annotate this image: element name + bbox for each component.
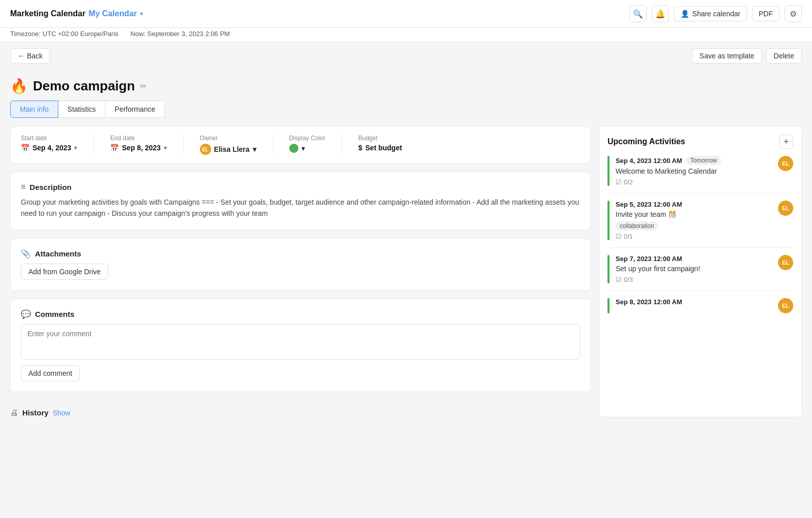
activity-avatar: EL [778, 255, 793, 270]
pdf-button[interactable]: PDF [752, 6, 780, 21]
owner-label: Owner [200, 135, 256, 142]
app-title: Marketing Calendar [10, 9, 85, 18]
back-button[interactable]: ← Back [10, 48, 50, 63]
left-panel: Start date 📅 Sep 4, 2023 ▾ End date 📅 Se… [10, 126, 591, 417]
calendar-name[interactable]: My Calendar [88, 9, 137, 18]
now-text: Now: September 3, 2023 2:06 PM [130, 30, 230, 38]
color-value[interactable]: ▾ [289, 144, 325, 153]
calendar-icon-2: 📅 [110, 144, 119, 152]
end-date-value[interactable]: 📅 Sep 8, 2023 ▾ [110, 144, 166, 152]
end-date-field: End date 📅 Sep 8, 2023 ▾ [110, 135, 166, 152]
activity-bar [607, 156, 610, 186]
activity-title: Set up your first campaign! [616, 265, 774, 273]
owner-avatar: EL [200, 144, 211, 155]
budget-field: Budget $ Set budget [358, 135, 402, 152]
activity-badge: Tomorrow [686, 156, 721, 165]
campaign-emoji: 🔥 [10, 78, 28, 94]
activity-date-row: Sep 4, 2023 12:00 AM Tomorrow [616, 156, 774, 165]
activity-body: Sep 7, 2023 12:00 AM Set up your first c… [616, 255, 774, 283]
end-date-label: End date [110, 135, 166, 142]
share-calendar-button[interactable]: 👤 Share calendar [674, 6, 747, 21]
tabs: Main info Statistics Performance [10, 101, 802, 118]
timezone-bar: Timezone: UTC +02:00 Europe/Paris Now: S… [0, 28, 812, 42]
start-date-label: Start date [21, 135, 77, 142]
activity-check: ☑ 0/3 [616, 276, 774, 283]
comments-card: 💬 Comments Add comment [10, 299, 591, 392]
activity-bar [607, 298, 610, 313]
color-field: Display Color ▾ [289, 135, 325, 153]
activity-date-row: Sep 8, 2023 12:00 AM [616, 298, 774, 306]
calendar-dropdown-icon[interactable]: ▾ [140, 10, 143, 17]
paperclip-icon: 📎 [21, 249, 31, 258]
owner-chevron: ▾ [253, 145, 256, 153]
activity-date-row: Sep 7, 2023 12:00 AM [616, 255, 774, 263]
add-from-drive-button[interactable]: Add from Google Drive [21, 264, 108, 280]
activity-avatar: EL [778, 201, 793, 216]
activity-item: Sep 7, 2023 12:00 AM Set up your first c… [607, 255, 793, 291]
calendar-icon: 📅 [21, 144, 29, 152]
history-title: History [22, 408, 49, 417]
owner-value[interactable]: EL Elisa Llera ▾ [200, 144, 256, 155]
color-dot [289, 144, 298, 153]
description-title: ≡ Description [21, 182, 580, 191]
activity-check: ☑ 0/2 [616, 178, 774, 186]
activity-date: Sep 5, 2023 12:00 AM [616, 201, 682, 208]
top-header: Marketing Calendar My Calendar ▾ 🔍 🔔 👤 S… [0, 0, 812, 28]
start-date-value[interactable]: 📅 Sep 4, 2023 ▾ [21, 144, 77, 152]
save-template-button[interactable]: Save as template [692, 48, 762, 63]
history-show-link[interactable]: Show [53, 409, 71, 417]
dates-card: Start date 📅 Sep 4, 2023 ▾ End date 📅 Se… [10, 126, 591, 164]
tab-performance[interactable]: Performance [106, 101, 165, 118]
activity-avatar: EL [778, 298, 793, 313]
divider-3 [273, 135, 273, 155]
history-section: 🖨 History Show [10, 408, 591, 417]
activity-tag: collaboration [616, 221, 658, 231]
add-activity-button[interactable]: + [779, 135, 793, 149]
activity-date: Sep 4, 2023 12:00 AM [616, 157, 682, 165]
header-right: 🔍 🔔 👤 Share calendar PDF ⚙ [629, 5, 802, 22]
comment-textarea[interactable] [21, 324, 580, 360]
activity-body: Sep 8, 2023 12:00 AM [616, 298, 774, 308]
dollar-icon: $ [358, 144, 362, 152]
content-area: Start date 📅 Sep 4, 2023 ▾ End date 📅 Se… [10, 126, 802, 417]
list-icon: ≡ [21, 182, 25, 191]
activity-item: Sep 4, 2023 12:00 AM Tomorrow Welcome to… [607, 156, 793, 193]
bell-button[interactable]: 🔔 [652, 5, 669, 22]
start-date-chevron: ▾ [74, 145, 77, 151]
divider-2 [183, 135, 184, 155]
activity-body: Sep 5, 2023 12:00 AM Invite your team 🎊 … [616, 201, 774, 240]
history-icon: 🖨 [10, 408, 18, 417]
activities-title: Upcoming Activities [607, 137, 685, 146]
toolbar: ← Back Save as template Delete [0, 42, 812, 70]
activity-avatar: EL [778, 156, 793, 171]
start-date-field: Start date 📅 Sep 4, 2023 ▾ [21, 135, 77, 152]
delete-button[interactable]: Delete [766, 48, 802, 63]
comment-icon: 💬 [21, 309, 31, 319]
divider-4 [342, 135, 342, 155]
owner-field: Owner EL Elisa Llera ▾ [200, 135, 256, 155]
activity-title: Invite your team 🎊 [616, 210, 774, 218]
activity-date-row: Sep 5, 2023 12:00 AM [616, 201, 774, 208]
activity-bar [607, 201, 610, 240]
divider-1 [93, 135, 94, 155]
budget-value[interactable]: $ Set budget [358, 144, 402, 152]
activities-header: Upcoming Activities + [607, 135, 793, 149]
end-date-chevron: ▾ [164, 145, 167, 151]
add-comment-button[interactable]: Add comment [21, 365, 80, 381]
tab-statistics[interactable]: Statistics [58, 101, 106, 118]
activity-check: ☑ 0/1 [616, 233, 774, 240]
comments-title: 💬 Comments [21, 309, 580, 319]
campaign-title: Demo campaign [33, 78, 135, 94]
settings-button[interactable]: ⚙ [785, 5, 802, 22]
search-button[interactable]: 🔍 [629, 5, 647, 22]
user-icon: 👤 [681, 10, 689, 18]
attachments-title: 📎 Attachments [21, 249, 580, 258]
activity-item: Sep 5, 2023 12:00 AM Invite your team 🎊 … [607, 201, 793, 248]
activity-bar [607, 255, 610, 283]
timezone-text: Timezone: UTC +02:00 Europe/Paris [10, 30, 118, 38]
color-chevron: ▾ [301, 144, 305, 152]
budget-label: Budget [358, 135, 402, 142]
tab-main-info[interactable]: Main info [10, 101, 58, 118]
edit-icon[interactable]: ✏ [140, 81, 147, 91]
description-card: ≡ Description Group your marketing activ… [10, 172, 591, 230]
